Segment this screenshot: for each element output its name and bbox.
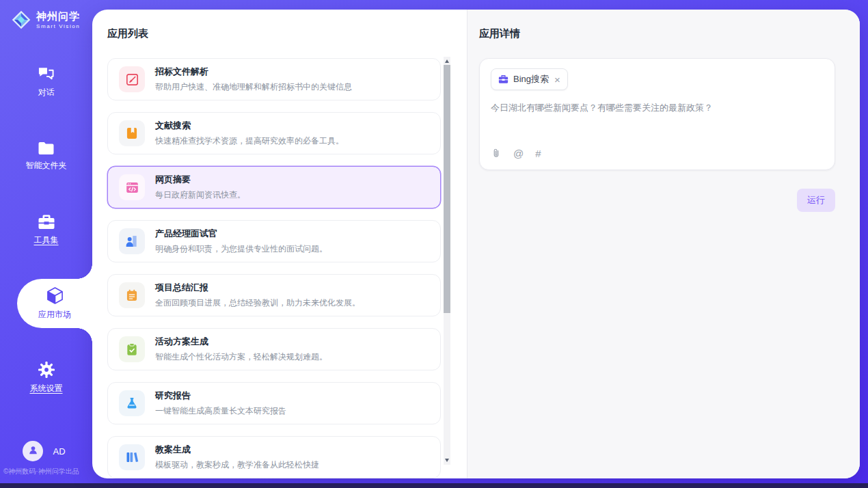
app-card-title: 活动方案生成 (155, 336, 327, 348)
flask-icon (119, 390, 145, 416)
close-icon[interactable]: × (554, 74, 560, 85)
mention-icon[interactable]: @ (513, 148, 524, 159)
app-card-text: 文献搜索快速精准查找学术资源，提高研究效率的必备工具。 (155, 120, 344, 147)
app-card-title: 招标文件解析 (155, 66, 352, 78)
sidebar-footer: ©神州数码·神州问学出品 (3, 467, 92, 476)
app-list-title: 应用列表 (107, 27, 467, 40)
sidebar-item-cube[interactable]: 应用市场 (17, 279, 92, 328)
app-card-title: 网页摘要 (155, 174, 245, 186)
sidebar-nav: 对话智能文件夹工具集应用市场系统设置 (0, 66, 92, 435)
sidebar-item-label: 智能文件夹 (26, 160, 67, 172)
query-text[interactable]: 今日湖北有哪些新闻要点？有哪些需要关注的最新政策？ (491, 101, 824, 115)
chat-icon (37, 66, 55, 83)
folder-icon (38, 141, 55, 156)
sidebar-item-toolbox[interactable]: 工具集 (0, 213, 92, 246)
sidebar-item-label: 工具集 (34, 234, 59, 246)
browser-code-icon (119, 174, 145, 200)
scroll-up-arrow-icon[interactable] (445, 59, 449, 63)
attachment-icon[interactable] (491, 148, 502, 159)
app-card[interactable]: 教案生成模板驱动，教案秒成，教学准备从此轻松快捷 (107, 436, 441, 478)
app-card-desc: 模板驱动，教案秒成，教学准备从此轻松快捷 (155, 459, 319, 471)
tool-tag-label: Bing搜索 (513, 73, 549, 85)
app-list-panel: 应用列表 招标文件解析帮助用户快速、准确地理解和解析招标书中的关键信息文献搜索快… (92, 10, 467, 478)
app-card[interactable]: 网页摘要每日政府新闻资讯快查。 (107, 166, 441, 208)
query-card[interactable]: Bing搜索 × 今日湖北有哪些新闻要点？有哪些需要关注的最新政策？ @# (479, 58, 835, 170)
brand-text: 神州问学 Smart Vision (36, 10, 80, 29)
app-card-desc: 帮助用户快速、准确地理解和解析招标书中的关键信息 (155, 81, 352, 93)
books-icon (119, 444, 145, 470)
gear-icon (38, 361, 55, 379)
toolbox-icon (38, 214, 55, 230)
app-card-desc: 智能生成个性化活动方案，轻松解决规划难题。 (155, 351, 327, 363)
app-card-title: 项目总结汇报 (155, 282, 360, 294)
note-icon (119, 282, 145, 308)
app-cards: 招标文件解析帮助用户快速、准确地理解和解析招标书中的关键信息文献搜索快速精准查找… (107, 58, 441, 478)
avatar[interactable] (23, 441, 43, 461)
app-card-title: 产品经理面试官 (155, 228, 327, 240)
main-panel: 应用列表 招标文件解析帮助用户快速、准确地理解和解析招标书中的关键信息文献搜索快… (92, 10, 860, 478)
app-card-desc: 每日政府新闻资讯快查。 (155, 189, 245, 201)
sidebar-item-label: 应用市场 (38, 309, 71, 321)
app-detail-title: 应用详情 (479, 27, 835, 40)
clipboard-check-icon (119, 336, 145, 362)
sidebar-item-folder[interactable]: 智能文件夹 (0, 139, 92, 172)
user-label: AD (53, 446, 65, 457)
brand-name: 神州问学 (36, 10, 80, 22)
app-card-text: 活动方案生成智能生成个性化活动方案，轻松解决规划难题。 (155, 336, 327, 363)
brand-logo-icon (11, 10, 31, 30)
briefcase-icon (498, 74, 508, 84)
book-icon (119, 120, 145, 146)
query-toolbar: @# (491, 148, 824, 160)
app-card-title: 教案生成 (155, 444, 319, 456)
app-card-title: 文献搜索 (155, 120, 344, 132)
app-detail-panel: 应用详情 Bing搜索 × 今日湖北有哪些新闻要点？有哪些需要关注的最新政策？ … (467, 10, 860, 478)
app-card-text: 招标文件解析帮助用户快速、准确地理解和解析招标书中的关键信息 (155, 66, 352, 93)
app-card[interactable]: 产品经理面试官明确身份和职责，为您提供专业性的面试问题。 (107, 220, 441, 262)
app-card-desc: 明确身份和职责，为您提供专业性的面试问题。 (155, 243, 327, 255)
app-card-text: 研究报告一键智能生成高质量长文本研究报告 (155, 390, 286, 417)
app-card-text: 教案生成模板驱动，教案秒成，教学准备从此轻松快捷 (155, 444, 319, 471)
scroll-down-arrow-icon[interactable] (445, 459, 449, 462)
app-card-desc: 一键智能生成高质量长文本研究报告 (155, 405, 286, 417)
brand-subtitle: Smart Vision (36, 23, 80, 29)
app-card-text: 项目总结汇报全面回顾项目进展，总结经验教训，助力未来优化发展。 (155, 282, 360, 309)
app-card-text: 产品经理面试官明确身份和职责，为您提供专业性的面试问题。 (155, 228, 327, 255)
app-card[interactable]: 研究报告一键智能生成高质量长文本研究报告 (107, 382, 441, 424)
user-row[interactable]: AD (23, 441, 65, 461)
sidebar-item-chat[interactable]: 对话 (0, 66, 92, 98)
sidebar-item-label: 系统设置 (30, 383, 63, 394)
brand: 神州问学 Smart Vision (11, 10, 92, 30)
scrollbar-thumb[interactable] (444, 65, 450, 313)
app-card[interactable]: 招标文件解析帮助用户快速、准确地理解和解析招标书中的关键信息 (107, 58, 441, 100)
bottom-strip (0, 483, 868, 488)
user-icon (27, 444, 39, 459)
sidebar-item-label: 对话 (38, 87, 55, 98)
app-card-desc: 快速精准查找学术资源，提高研究效率的必备工具。 (155, 135, 344, 147)
app-card[interactable]: 活动方案生成智能生成个性化活动方案，轻松解决规划难题。 (107, 328, 441, 370)
scrollbar[interactable] (444, 57, 450, 465)
app-card-desc: 全面回顾项目进展，总结经验教训，助力未来优化发展。 (155, 297, 360, 309)
app-card-title: 研究报告 (155, 390, 286, 402)
app-card-text: 网页摘要每日政府新闻资讯快查。 (155, 174, 245, 201)
tool-tag[interactable]: Bing搜索 × (491, 68, 568, 90)
sidebar: 神州问学 Smart Vision 对话智能文件夹工具集应用市场系统设置 AD … (0, 0, 92, 483)
run-button[interactable]: 运行 (797, 189, 835, 212)
hash-icon[interactable]: # (535, 148, 541, 159)
app-card[interactable]: 文献搜索快速精准查找学术资源，提高研究效率的必备工具。 (107, 112, 441, 154)
pen-square-icon (119, 66, 145, 92)
cube-icon (46, 286, 64, 305)
person-doc-icon (119, 228, 145, 254)
sidebar-item-gear[interactable]: 系统设置 (0, 361, 92, 394)
app-card[interactable]: 项目总结汇报全面回顾项目进展，总结经验教训，助力未来优化发展。 (107, 274, 441, 316)
